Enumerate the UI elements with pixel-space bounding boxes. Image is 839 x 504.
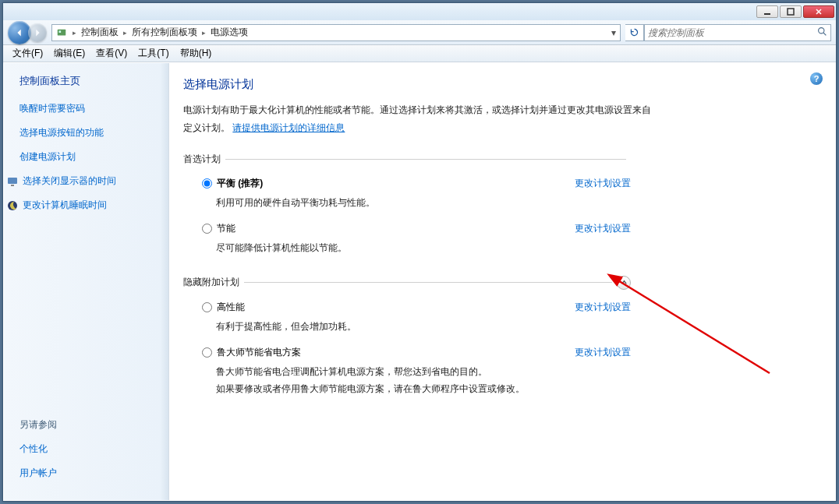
breadcrumb-control-panel[interactable]: 控制面板 xyxy=(78,25,122,41)
plan-name: 节能 xyxy=(217,222,235,235)
plan-name: 高性能 xyxy=(217,301,245,314)
plan-desc: 有利于提高性能，但会增加功耗。 xyxy=(216,319,575,336)
change-plan-link[interactable]: 更改计划设置 xyxy=(575,301,631,312)
content-area: ? 选择电源计划 电源计划有助于最大化计算机的性能或者节能。通过选择计划来将其激… xyxy=(169,63,835,500)
change-plan-link[interactable]: 更改计划设置 xyxy=(575,178,631,189)
svg-rect-2 xyxy=(58,29,66,35)
address-dropdown-icon[interactable]: ▾ xyxy=(607,27,620,38)
address-icon xyxy=(55,26,68,39)
sidebar-link-label: 选择关闭显示器的时间 xyxy=(23,174,116,188)
menu-help[interactable]: 帮助(H) xyxy=(175,45,217,62)
control-panel-window: ▸ 控制面板 ▸ 所有控制面板项 ▸ 电源选项 ▾ 文件(F) 编辑(E) 查看… xyxy=(2,2,837,502)
search-icon[interactable] xyxy=(817,26,827,39)
plan-row-ludashi: 鲁大师节能省电方案 鲁大师节能省电合理调配计算机电源方案，帮您达到省电的目的。 … xyxy=(183,346,631,397)
radio-input[interactable] xyxy=(202,224,212,234)
plan-row-highperf: 高性能 有利于提高性能，但会增加功耗。 更改计划设置 xyxy=(183,301,631,336)
sidebar-home[interactable]: 控制面板主页 xyxy=(19,74,159,88)
body: 控制面板主页 唤醒时需要密码 选择电源按钮的功能 创建电源计划 选择关闭显示器的… xyxy=(4,63,835,500)
close-button[interactable] xyxy=(803,5,834,18)
plan-radio-balanced[interactable]: 平衡 (推荐) xyxy=(202,177,575,190)
plan-radio-saver[interactable]: 节能 xyxy=(202,222,575,235)
radio-input[interactable] xyxy=(202,347,212,358)
menu-view[interactable]: 查看(V) xyxy=(91,45,132,62)
plan-name: 平衡 (推荐) xyxy=(217,177,263,190)
breadcrumb-power-options[interactable]: 电源选项 xyxy=(207,25,251,41)
separator xyxy=(225,159,626,160)
collapse-button[interactable] xyxy=(617,276,631,290)
svg-rect-6 xyxy=(8,178,17,184)
chevron-right-icon: ▸ xyxy=(71,29,78,37)
menu-edit[interactable]: 编辑(E) xyxy=(49,45,90,62)
radio-input[interactable] xyxy=(202,178,212,189)
forward-button[interactable] xyxy=(28,23,47,42)
chevron-right-icon: ▸ xyxy=(122,29,129,37)
menu-file[interactable]: 文件(F) xyxy=(8,45,48,62)
annotation-arrow xyxy=(606,272,777,381)
change-plan-link[interactable]: 更改计划设置 xyxy=(575,347,631,358)
sidebar-link-button-action[interactable]: 选择电源按钮的功能 xyxy=(19,126,159,139)
sidebar-link-create-plan[interactable]: 创建电源计划 xyxy=(19,150,159,164)
svg-line-5 xyxy=(823,33,826,35)
sidebar-link-user-accounts[interactable]: 用户帐户 xyxy=(19,467,153,480)
sidebar: 控制面板主页 唤醒时需要密码 选择电源按钮的功能 创建电源计划 选择关闭显示器的… xyxy=(4,63,169,500)
sidebar-link-wake-password[interactable]: 唤醒时需要密码 xyxy=(19,102,159,115)
change-plan-link[interactable]: 更改计划设置 xyxy=(575,223,631,234)
plan-desc: 鲁大师节能省电合理调配计算机电源方案，帮您达到省电的目的。 如果要修改或者停用鲁… xyxy=(216,364,575,397)
section-hidden: 隐藏附加计划 xyxy=(183,276,631,290)
menu-tools[interactable]: 工具(T) xyxy=(133,45,173,62)
help-button[interactable]: ? xyxy=(810,72,823,85)
sidebar-link-sleep-time[interactable]: 更改计算机睡眠时间 xyxy=(7,199,159,212)
menubar: 文件(F) 编辑(E) 查看(V) 工具(T) 帮助(H) xyxy=(3,45,836,62)
address-bar[interactable]: ▸ 控制面板 ▸ 所有控制面板项 ▸ 电源选项 ▾ xyxy=(51,24,621,41)
titlebar xyxy=(3,3,836,20)
section-preferred: 首选计划 xyxy=(183,153,631,166)
sidebar-link-personalize[interactable]: 个性化 xyxy=(19,442,153,456)
plan-radio-highperf[interactable]: 高性能 xyxy=(202,301,575,314)
plan-desc: 尽可能降低计算机性能以节能。 xyxy=(216,240,575,257)
plan-name: 鲁大师节能省电方案 xyxy=(217,346,301,359)
section-label-text: 首选计划 xyxy=(183,153,221,166)
separator xyxy=(244,282,612,283)
plan-row-balanced: 平衡 (推荐) 利用可用的硬件自动平衡功耗与性能。 更改计划设置 xyxy=(183,177,631,212)
svg-line-9 xyxy=(617,280,770,373)
plan-desc: 利用可用的硬件自动平衡功耗与性能。 xyxy=(216,195,575,212)
plan-radio-ludashi[interactable]: 鲁大师节能省电方案 xyxy=(202,346,575,359)
section-label-text: 隐藏附加计划 xyxy=(183,276,239,289)
svg-point-4 xyxy=(819,27,824,33)
svg-rect-7 xyxy=(11,185,14,186)
maximize-button[interactable] xyxy=(780,5,802,18)
page-title: 选择电源计划 xyxy=(183,77,812,92)
search-input[interactable] xyxy=(648,27,817,38)
svg-rect-3 xyxy=(59,30,62,33)
sidebar-link-display-off[interactable]: 选择关闭显示器的时间 xyxy=(7,174,159,188)
page-description: 电源计划有助于最大化计算机的性能或者节能。通过选择计划来将其激活，或选择计划并通… xyxy=(183,101,659,137)
chevron-up-icon xyxy=(621,279,628,286)
radio-input[interactable] xyxy=(202,302,212,312)
monitor-icon xyxy=(7,176,18,187)
desc-info-link[interactable]: 请提供电源计划的详细信息 xyxy=(232,122,345,133)
navigation-bar: ▸ 控制面板 ▸ 所有控制面板项 ▸ 电源选项 ▾ xyxy=(3,20,836,45)
sidebar-see-also: 另请参阅 xyxy=(19,418,153,432)
refresh-button[interactable] xyxy=(625,24,644,41)
svg-rect-0 xyxy=(764,13,770,15)
plan-row-saver: 节能 尽可能降低计算机性能以节能。 更改计划设置 xyxy=(183,222,631,257)
svg-rect-1 xyxy=(788,9,794,15)
minimize-button[interactable] xyxy=(756,5,778,18)
moon-icon xyxy=(7,200,18,211)
sidebar-link-label: 更改计算机睡眠时间 xyxy=(23,199,107,212)
chevron-right-icon: ▸ xyxy=(200,29,207,37)
breadcrumb-all-items[interactable]: 所有控制面板项 xyxy=(129,25,200,41)
search-box[interactable] xyxy=(644,24,831,41)
